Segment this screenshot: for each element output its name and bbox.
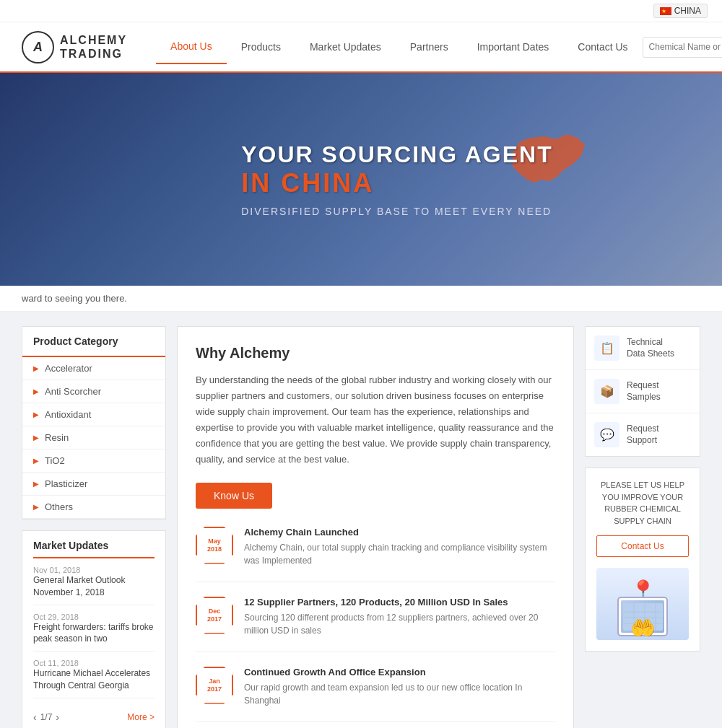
market-title-1[interactable]: Freight forwarders: tariffs broke peak s…	[33, 621, 155, 646]
nav-market-updates[interactable]: Market Updates	[295, 30, 396, 63]
search-box[interactable]: 🔍	[643, 37, 722, 58]
timeline-badge-0: May 2018	[196, 527, 233, 564]
hero-content: YOUR SOURCING AGENT IN CHINA DIVERSIFIED…	[169, 141, 553, 217]
know-us-button[interactable]: Know Us	[196, 483, 272, 509]
timeline-month-2: Jan	[209, 677, 220, 685]
pagination: ‹ 1/7 › More >	[33, 706, 155, 728]
map-illustration: 📍 🤲	[596, 568, 689, 640]
pagination-nav: ‹ 1/7 ›	[33, 711, 59, 723]
timeline-desc-1: Sourcing 120 different products from 12 …	[244, 611, 555, 637]
contact-us-button[interactable]: Contact Us	[596, 535, 689, 557]
arrow-icon: ▶	[33, 387, 39, 395]
sidebar-item-others[interactable]: ▶ Others	[22, 496, 165, 519]
nav-partners[interactable]: Partners	[396, 30, 463, 63]
sidebar-item-anti-scorcher[interactable]: ▶ Anti Scorcher	[22, 380, 165, 403]
right-sidebar: 📋 TechnicalData Sheets 📦 RequestSamples …	[585, 326, 700, 728]
timeline-month-0: May	[208, 538, 221, 545]
sidebar-item-plasticizer[interactable]: ▶ Plasticizer	[22, 473, 165, 496]
timeline-item-2: Jan 2017 Continued Growth And Office Exp…	[196, 667, 555, 722]
timeline-item-0: May 2018 Alchemy Chain Launched Alchemy …	[196, 527, 555, 582]
contact-us-text: PLEASE LET US HELP YOU IMPROVE YOUR RUBB…	[596, 479, 689, 527]
why-text: By understanding the needs of the global…	[196, 372, 555, 468]
timeline-title-2: Continued Growth And Office Expansion	[244, 667, 555, 677]
arrow-icon: ▶	[33, 457, 39, 465]
product-category-title: Product Category	[22, 327, 165, 357]
market-date-1: Oct 29, 2018	[33, 613, 155, 621]
logo-link[interactable]: A ALCHEMY TRADING	[22, 31, 127, 63]
timeline-year-0: 2018	[207, 545, 222, 553]
hands-icon: 🤲	[630, 616, 656, 640]
market-item-2: Oct 11, 2018 Hurricane Michael Accelerat…	[33, 659, 155, 698]
main-nav: About Us Products Market Updates Partner…	[156, 30, 642, 64]
logo-letter: A	[33, 40, 43, 55]
nav-products[interactable]: Products	[227, 30, 295, 63]
search-input[interactable]	[649, 42, 722, 52]
china-flag-icon	[660, 7, 671, 15]
hero-banner: YOUR SOURCING AGENT IN CHINA DIVERSIFIED…	[0, 73, 722, 286]
market-updates-title: Market Updates	[33, 540, 155, 558]
nav-contact-us[interactable]: Contact Us	[563, 30, 642, 63]
market-updates-content: Market Updates Nov 01, 2018 General Mark…	[22, 531, 165, 728]
category-label-5: Plasticizer	[45, 478, 87, 489]
category-label-0: Accelerator	[45, 363, 92, 374]
timeline-badge-1: Dec 2017	[196, 597, 233, 634]
sidebar-item-resin[interactable]: ▶ Resin	[22, 426, 165, 449]
market-item-1: Oct 29, 2018 Freight forwarders: tariffs…	[33, 613, 155, 652]
nav-about-us[interactable]: About Us	[156, 30, 227, 64]
sidebar-item-tio2[interactable]: ▶ TiO2	[22, 449, 165, 473]
market-title-0[interactable]: General Market Outlook November 1, 2018	[33, 574, 155, 599]
request-support-icon: 💬	[594, 422, 619, 447]
sidebar-item-antioxidant[interactable]: ▶ Antioxidant	[22, 403, 165, 426]
request-samples-icon: 📦	[594, 379, 619, 404]
request-samples-link[interactable]: 📦 RequestSamples	[586, 370, 700, 413]
ticker-text: ward to seeing you there.	[22, 293, 127, 304]
logo-line1: ALCHEMY	[60, 33, 127, 47]
timeline-item-1: Dec 2017 12 Supplier Partners, 120 Produ…	[196, 597, 555, 652]
category-label-3: Resin	[45, 432, 69, 443]
header: A ALCHEMY TRADING About Us Products Mark…	[0, 22, 722, 73]
page-indicator: 1/7	[40, 712, 53, 722]
hero-line3: DIVERSIFIED SUPPLY BASE TO MEET EVERY NE…	[241, 206, 553, 217]
why-title: Why Alchemy	[196, 345, 555, 361]
arrow-icon: ▶	[33, 434, 39, 442]
main-content: Why Alchemy By understanding the needs o…	[177, 326, 574, 728]
more-link[interactable]: More >	[127, 712, 155, 722]
arrow-icon: ▶	[33, 411, 39, 418]
timeline-year-1: 2017	[207, 615, 222, 623]
timeline-desc-0: Alchemy Chain, our total supply chain tr…	[244, 541, 555, 567]
timeline-month-1: Dec	[209, 608, 221, 615]
nav-important-dates[interactable]: Important Dates	[463, 30, 564, 63]
hero-line1: YOUR SOURCING AGENT	[241, 141, 553, 168]
timeline-badge-2: Jan 2017	[196, 667, 233, 704]
left-sidebar: Product Category ▶ Accelerator ▶ Anti Sc…	[22, 326, 166, 728]
technical-sheets-label: TechnicalData Sheets	[627, 337, 674, 359]
logo-circle: A	[22, 31, 54, 63]
ticker-bar: ward to seeing you there.	[0, 286, 722, 312]
timeline-title-1: 12 Supplier Partners, 120 Products, 20 M…	[244, 597, 555, 608]
request-samples-label: RequestSamples	[627, 380, 661, 403]
timeline-desc-2: Our rapid growth and team expansion led …	[244, 681, 555, 707]
top-bar: CHINA	[0, 0, 722, 22]
market-date-0: Nov 01, 2018	[33, 566, 155, 574]
product-category-section: Product Category ▶ Accelerator ▶ Anti Sc…	[22, 326, 166, 519]
china-flag-selector[interactable]: CHINA	[653, 4, 708, 18]
quick-links-card: 📋 TechnicalData Sheets 📦 RequestSamples …	[585, 326, 700, 457]
timeline-info-0: Alchemy Chain Launched Alchemy Chain, ou…	[244, 527, 555, 567]
category-label-1: Anti Scorcher	[45, 386, 101, 397]
market-date-2: Oct 11, 2018	[33, 659, 155, 667]
prev-page-button[interactable]: ‹	[33, 711, 37, 723]
category-label-2: Antioxidant	[45, 409, 91, 420]
timeline-title-0: Alchemy Chain Launched	[244, 527, 555, 538]
main-wrapper: Product Category ▶ Accelerator ▶ Anti Sc…	[0, 312, 722, 728]
request-support-link[interactable]: 💬 RequestSupport	[586, 413, 700, 456]
next-page-button[interactable]: ›	[56, 711, 59, 723]
technical-data-sheets-link[interactable]: 📋 TechnicalData Sheets	[586, 327, 700, 370]
timeline-year-2: 2017	[207, 685, 222, 693]
china-label: CHINA	[674, 6, 701, 16]
sidebar-item-accelerator[interactable]: ▶ Accelerator	[22, 357, 165, 380]
arrow-icon: ▶	[33, 480, 39, 488]
market-title-2[interactable]: Hurricane Michael Accelerates Through Ce…	[33, 667, 155, 692]
logo-text: ALCHEMY TRADING	[60, 33, 127, 61]
technical-sheets-icon: 📋	[594, 336, 619, 361]
timeline-info-2: Continued Growth And Office Expansion Ou…	[244, 667, 555, 707]
